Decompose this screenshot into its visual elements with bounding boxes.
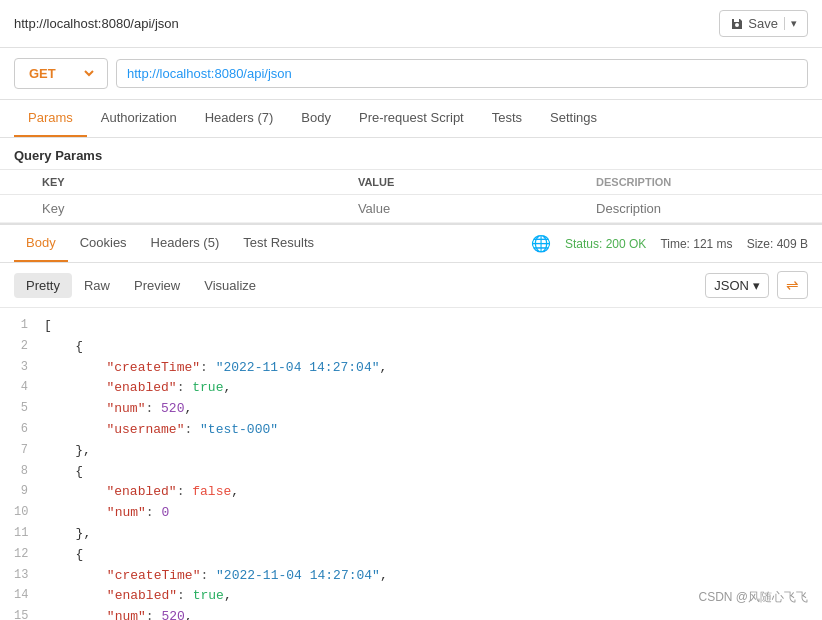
top-bar: http://localhost:8080/api/json Save ▾ <box>0 0 822 48</box>
code-line: 3 "createTime": "2022-11-04 14:27:04", <box>0 358 822 379</box>
window-url: http://localhost:8080/api/json <box>14 16 179 31</box>
tab-headers[interactable]: Headers (7) <box>191 100 288 137</box>
response-size: Size: 409 B <box>747 237 808 251</box>
line-number: 15 <box>14 607 44 620</box>
code-line: 8 { <box>0 462 822 483</box>
line-content: "username": "test-000" <box>44 420 808 441</box>
globe-icon: 🌐 <box>531 234 551 253</box>
response-meta: 🌐 Status: 200 OK Time: 121 ms Size: 409 … <box>531 234 808 253</box>
query-params-header: Query Params <box>0 138 822 169</box>
line-content: { <box>44 462 808 483</box>
format-right: JSON ▾ ⇌ <box>705 271 808 299</box>
code-line: 12 { <box>0 545 822 566</box>
line-number: 2 <box>14 337 44 356</box>
tab-settings[interactable]: Settings <box>536 100 611 137</box>
line-content: "num": 0 <box>44 503 808 524</box>
method-select[interactable]: GETPOSTPUTDELETE <box>14 58 108 89</box>
line-number: 4 <box>14 378 44 397</box>
line-content: }, <box>44 441 808 462</box>
line-number: 5 <box>14 399 44 418</box>
line-content: "createTime": "2022-11-04 14:27:04", <box>44 566 808 587</box>
code-line: 13 "createTime": "2022-11-04 14:27:04", <box>0 566 822 587</box>
request-tabs: Params Authorization Headers (7) Body Pr… <box>0 100 822 138</box>
col-key-header: KEY <box>28 170 344 195</box>
line-content: "enabled": true, <box>44 378 808 399</box>
params-table: KEY VALUE DESCRIPTION <box>0 169 822 223</box>
request-bar: GETPOSTPUTDELETE <box>0 48 822 100</box>
tab-body[interactable]: Body <box>287 100 345 137</box>
fmt-tab-raw[interactable]: Raw <box>72 273 122 298</box>
line-content: "enabled": true, <box>44 586 808 607</box>
resp-tab-body[interactable]: Body <box>14 225 68 262</box>
format-bar: Pretty Raw Preview Visualize JSON ▾ ⇌ <box>0 263 822 308</box>
line-number: 12 <box>14 545 44 564</box>
response-section: Body Cookies Headers (5) Test Results 🌐 … <box>0 223 822 620</box>
col-value-header: VALUE <box>344 170 582 195</box>
line-content: { <box>44 545 808 566</box>
code-line: 10 "num": 0 <box>0 503 822 524</box>
line-content: "num": 520, <box>44 607 808 620</box>
key-input[interactable] <box>42 201 330 216</box>
line-content: { <box>44 337 808 358</box>
code-line: 11 }, <box>0 524 822 545</box>
resp-tab-headers[interactable]: Headers (5) <box>139 225 232 262</box>
response-tabs-row: Body Cookies Headers (5) Test Results 🌐 … <box>0 225 822 263</box>
line-number: 9 <box>14 482 44 501</box>
line-content: }, <box>44 524 808 545</box>
code-line: 2 { <box>0 337 822 358</box>
line-number: 10 <box>14 503 44 522</box>
method-dropdown[interactable]: GETPOSTPUTDELETE <box>25 65 97 82</box>
tab-tests[interactable]: Tests <box>478 100 536 137</box>
format-tabs: Pretty Raw Preview Visualize <box>14 273 268 298</box>
wrap-button[interactable]: ⇌ <box>777 271 808 299</box>
code-line: 15 "num": 520, <box>0 607 822 620</box>
wrap-icon: ⇌ <box>786 276 799 294</box>
line-number: 11 <box>14 524 44 543</box>
line-content: [ <box>44 316 808 337</box>
line-content: "enabled": false, <box>44 482 808 503</box>
code-line: 14 "enabled": true, <box>0 586 822 607</box>
tab-prerequest[interactable]: Pre-request Script <box>345 100 478 137</box>
url-input[interactable] <box>116 59 808 88</box>
line-number: 6 <box>14 420 44 439</box>
line-number: 8 <box>14 462 44 481</box>
status-badge: Status: 200 OK <box>565 237 646 251</box>
tab-authorization[interactable]: Authorization <box>87 100 191 137</box>
save-button[interactable]: Save ▾ <box>719 10 808 37</box>
line-number: 13 <box>14 566 44 585</box>
fmt-tab-pretty[interactable]: Pretty <box>14 273 72 298</box>
response-time: Time: 121 ms <box>660 237 732 251</box>
json-format-select[interactable]: JSON ▾ <box>705 273 769 298</box>
code-area: 1[2 {3 "createTime": "2022-11-04 14:27:0… <box>0 308 822 620</box>
code-line: 4 "enabled": true, <box>0 378 822 399</box>
tab-params[interactable]: Params <box>14 100 87 137</box>
line-number: 1 <box>14 316 44 335</box>
line-content: "createTime": "2022-11-04 14:27:04", <box>44 358 808 379</box>
code-line: 7 }, <box>0 441 822 462</box>
resp-tab-cookies[interactable]: Cookies <box>68 225 139 262</box>
code-line: 5 "num": 520, <box>0 399 822 420</box>
code-line: 1[ <box>0 316 822 337</box>
param-row-empty <box>0 195 822 223</box>
code-line: 6 "username": "test-000" <box>0 420 822 441</box>
response-tabs: Body Cookies Headers (5) Test Results <box>14 225 326 262</box>
desc-input[interactable] <box>596 201 808 216</box>
fmt-tab-visualize[interactable]: Visualize <box>192 273 268 298</box>
code-line: 9 "enabled": false, <box>0 482 822 503</box>
save-dropdown-arrow[interactable]: ▾ <box>784 17 797 30</box>
save-icon <box>730 17 744 31</box>
col-desc-header: DESCRIPTION <box>582 170 822 195</box>
value-input[interactable] <box>358 201 568 216</box>
line-number: 14 <box>14 586 44 605</box>
line-number: 3 <box>14 358 44 377</box>
line-content: "num": 520, <box>44 399 808 420</box>
fmt-tab-preview[interactable]: Preview <box>122 273 192 298</box>
line-number: 7 <box>14 441 44 460</box>
resp-tab-test-results[interactable]: Test Results <box>231 225 326 262</box>
